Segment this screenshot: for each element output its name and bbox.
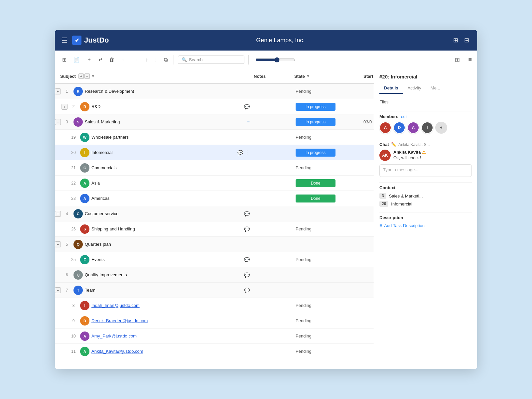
zoom-slider[interactable] <box>255 57 295 63</box>
task-row[interactable]: 21 C Commercials Pending <box>55 160 374 176</box>
row-more-icon[interactable]: ⋮ <box>244 149 250 156</box>
collapse-all-button[interactable]: − <box>84 73 90 79</box>
row-state-col: Pending <box>294 318 361 323</box>
state-filter-icon[interactable]: ▼ <box>306 74 310 78</box>
task-row[interactable]: − 5 Q Quarters plan <box>55 237 374 252</box>
expand-button[interactable]: + <box>62 104 67 110</box>
row-num: 22 <box>69 181 78 186</box>
files-label[interactable]: Files <box>379 98 472 106</box>
copy-button[interactable]: ⧉ <box>162 56 170 64</box>
collapse-button[interactable]: − <box>55 287 61 293</box>
chat-input[interactable]: Type a message... <box>379 164 472 177</box>
hamburger-menu[interactable]: ☰ <box>62 36 67 44</box>
tab-more[interactable]: Me... <box>426 83 445 94</box>
view-grid-icon[interactable]: ⊞ <box>452 35 460 45</box>
panel-header: #20: Infomercial Details Activity Me... <box>374 69 477 94</box>
th-state: State ▼ <box>294 74 361 79</box>
row-state-col: In progress <box>294 103 361 111</box>
row-num: 2 <box>69 104 78 109</box>
row-num: 20 <box>69 150 78 155</box>
row-icons: 💬 ⋮ <box>237 149 251 156</box>
description-title: Description <box>379 215 472 220</box>
collapse-button[interactable]: − <box>55 211 61 217</box>
subject-col: − 4 C Customer service 💬 <box>55 209 251 218</box>
chat-avatar: AK <box>379 150 391 161</box>
row-subject-text: Asia <box>91 181 250 186</box>
layout-grid-button[interactable]: ⊞ <box>455 56 460 64</box>
row-subject-text: Research & Development <box>85 89 250 94</box>
context-item: 3 Sales & Marketi... <box>379 193 472 199</box>
members-edit-link[interactable]: edit <box>401 114 407 119</box>
context-label: Infomercial <box>391 201 412 206</box>
indent-button[interactable]: ↵ <box>96 55 105 64</box>
row-avatar: D <box>80 316 89 326</box>
chat-icon: 💬 <box>244 104 250 109</box>
move-right-button[interactable]: → <box>131 56 141 64</box>
task-row[interactable]: 10 A Amy_Park@justdo.com Pending <box>55 329 374 344</box>
task-row[interactable]: 22 A Asia Done <box>55 176 374 191</box>
description-section: Description ≡ Add Task Description <box>379 215 472 228</box>
member-avatar[interactable]: A <box>407 122 419 134</box>
task-row[interactable]: 8 I Indah_Iman@justdo.com Pending <box>55 298 374 313</box>
state-pending: Pending <box>296 165 312 170</box>
add-description-link[interactable]: ≡ Add Task Description <box>379 223 472 228</box>
row-state-col: Pending <box>294 349 361 354</box>
move-down-button[interactable]: ↓ <box>153 56 159 64</box>
search-input[interactable] <box>189 57 235 62</box>
panel-task-id: #20: Infomercial <box>379 74 472 79</box>
new-doc-button[interactable]: 📄 <box>71 55 82 64</box>
task-row[interactable]: + 1 R Research & Development Pending <box>55 84 374 99</box>
row-num: 4 <box>62 211 71 216</box>
row-subject-text: Shipping and Handling <box>91 226 244 231</box>
task-row[interactable]: 23 A Americas Done <box>55 191 374 206</box>
collapse-button[interactable]: − <box>55 241 61 247</box>
row-num: 7 <box>62 288 71 293</box>
expand-button[interactable]: + <box>55 88 61 94</box>
move-up-button[interactable]: ↑ <box>143 56 150 64</box>
member-avatar[interactable]: I <box>421 122 433 134</box>
row-subject-area: Infomercial 💬 ⋮ <box>91 149 251 156</box>
member-avatar[interactable]: D <box>393 122 405 134</box>
row-subject-area: Asia <box>91 181 251 186</box>
task-row[interactable]: 26 S Shipping and Handling 💬 Pending <box>55 221 374 237</box>
task-row[interactable]: 9 D Derick_Braeden@justdo.com Pending <box>55 313 374 329</box>
task-row[interactable]: 6 Q Quality Improvements 💬 <box>55 267 374 283</box>
grid-view-button[interactable]: ⊞ <box>60 55 68 64</box>
state-pending: Pending <box>296 89 312 94</box>
state-badge-inprogress: In progress <box>296 118 335 126</box>
expand-all-button[interactable]: + <box>78 73 84 79</box>
search-box[interactable]: 🔍 <box>178 56 244 64</box>
task-row[interactable]: 19 W Wholesale partners Pending <box>55 130 374 145</box>
member-more[interactable]: + <box>435 122 447 134</box>
row-num: 8 <box>69 303 78 308</box>
subject-col: 10 A Amy_Park@justdo.com <box>55 332 251 341</box>
divider-3 <box>379 182 472 183</box>
row-num: 1 <box>62 89 71 94</box>
task-row[interactable]: 20 I Infomercial 💬 ⋮ In progress <box>55 145 374 160</box>
delete-button[interactable]: 🗑 <box>107 56 117 64</box>
row-num: 9 <box>69 319 78 323</box>
move-left-button[interactable]: ← <box>119 56 129 64</box>
member-avatar[interactable]: A <box>379 122 391 134</box>
context-title: Context <box>379 185 472 190</box>
task-row[interactable]: 11 A Ankita_Kavita@justdo.com Pending <box>55 344 374 359</box>
collapse-button[interactable]: − <box>55 119 61 125</box>
row-subject-area: Amy_Park@justdo.com <box>91 333 251 338</box>
tab-activity[interactable]: Activity <box>403 83 426 94</box>
tab-details[interactable]: Details <box>379 83 403 94</box>
task-row[interactable]: + 2 R R&D 💬 In progress <box>55 99 374 114</box>
task-row[interactable]: − 7 T Team 💬 <box>55 283 374 298</box>
task-row[interactable]: − 3 S Sales & Marketing ≡ In progress 03… <box>55 114 374 130</box>
zoom-range[interactable] <box>255 57 295 63</box>
chat-icon: 💬 <box>244 211 250 216</box>
subject-col: 20 I Infomercial 💬 ⋮ <box>55 148 251 157</box>
subject-filter-icon[interactable]: ▼ <box>91 74 95 78</box>
task-row[interactable]: 25 E Events 💬 Pending <box>55 252 374 267</box>
row-subject-area: Wholesale partners <box>91 135 251 140</box>
task-row[interactable]: − 4 C Customer service 💬 <box>55 206 374 221</box>
chat-participants: Ankita Kavita, S... <box>398 142 430 147</box>
add-button[interactable]: ＋ <box>84 55 94 65</box>
list-view-button[interactable]: ≡ <box>468 56 472 63</box>
company-name: Genie Lamps, Inc. <box>109 37 452 44</box>
nav-extra-icon[interactable]: ⊟ <box>463 35 470 45</box>
